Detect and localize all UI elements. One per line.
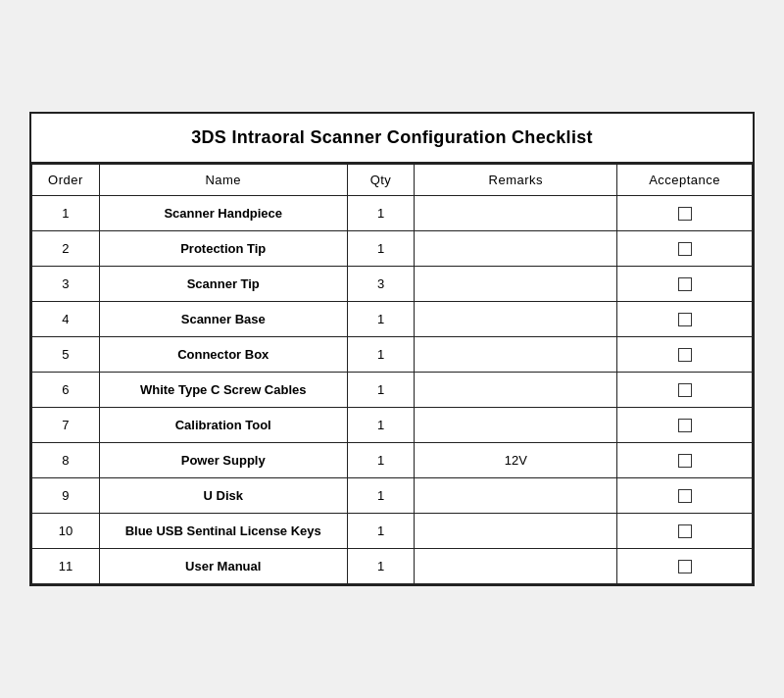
table-row: 1Scanner Handpiece1: [32, 196, 753, 231]
cell-qty: 1: [347, 231, 415, 267]
cell-order: 2: [32, 231, 100, 267]
cell-name: Connector Box: [99, 337, 347, 373]
cell-acceptance[interactable]: [617, 549, 753, 584]
cell-order: 5: [32, 337, 100, 373]
cell-name: Calibration Tool: [99, 408, 347, 443]
table-row: 7Calibration Tool1: [32, 408, 753, 443]
checkbox-icon[interactable]: [678, 383, 692, 397]
cell-remarks: [415, 549, 617, 584]
cell-qty: 1: [347, 478, 415, 514]
col-header-acceptance: Acceptance: [617, 165, 753, 196]
cell-qty: 1: [347, 196, 415, 231]
checkbox-icon[interactable]: [678, 454, 692, 468]
cell-acceptance[interactable]: [617, 478, 753, 514]
checkbox-icon[interactable]: [678, 313, 692, 326]
table-row: 2Protection Tip1: [32, 231, 753, 267]
cell-remarks: [415, 196, 617, 231]
cell-qty: 1: [347, 337, 415, 373]
cell-order: 11: [32, 549, 100, 584]
checklist-container: 3DS Intraoral Scanner Configuration Chec…: [29, 112, 755, 586]
cell-acceptance[interactable]: [617, 514, 753, 549]
table-row: 5Connector Box1: [32, 337, 753, 373]
cell-order: 1: [32, 196, 100, 231]
cell-acceptance[interactable]: [617, 267, 753, 302]
checkbox-icon[interactable]: [678, 419, 692, 432]
cell-remarks: [415, 231, 617, 267]
checkbox-icon[interactable]: [678, 207, 692, 221]
cell-order: 3: [32, 267, 100, 302]
cell-name: Scanner Base: [99, 302, 347, 337]
cell-remarks: [415, 514, 617, 549]
cell-remarks: [415, 373, 617, 408]
cell-remarks: [415, 267, 617, 302]
checkbox-icon[interactable]: [678, 348, 692, 362]
cell-name: White Type C Screw Cables: [99, 373, 347, 408]
cell-remarks: [415, 337, 617, 373]
cell-qty: 1: [347, 549, 415, 584]
cell-qty: 1: [347, 443, 415, 478]
table-row: 10Blue USB Sentinal License Keys1: [32, 514, 753, 549]
cell-order: 7: [32, 408, 100, 443]
col-header-qty: Qty: [347, 165, 415, 196]
cell-name: Power Supply: [99, 443, 347, 478]
checkbox-icon[interactable]: [678, 489, 692, 503]
cell-order: 9: [32, 478, 100, 514]
cell-name: Scanner Tip: [99, 267, 347, 302]
table-row: 8Power Supply112V: [32, 443, 753, 478]
cell-acceptance[interactable]: [617, 196, 753, 231]
table-row: 3Scanner Tip3: [32, 267, 753, 302]
cell-qty: 1: [347, 514, 415, 549]
cell-acceptance[interactable]: [617, 408, 753, 443]
cell-remarks: 12V: [415, 443, 617, 478]
cell-order: 4: [32, 302, 100, 337]
cell-remarks: [415, 408, 617, 443]
table-row: 9U Disk1: [32, 478, 753, 514]
cell-order: 10: [32, 514, 100, 549]
cell-acceptance[interactable]: [617, 443, 753, 478]
table-row: 11User Manual1: [32, 549, 753, 584]
cell-acceptance[interactable]: [617, 337, 753, 373]
cell-acceptance[interactable]: [617, 373, 753, 408]
cell-name: User Manual: [99, 549, 347, 584]
cell-remarks: [415, 478, 617, 514]
cell-order: 6: [32, 373, 100, 408]
cell-name: Blue USB Sentinal License Keys: [99, 514, 347, 549]
checkbox-icon[interactable]: [678, 560, 692, 573]
cell-name: Scanner Handpiece: [99, 196, 347, 231]
cell-acceptance[interactable]: [617, 231, 753, 267]
cell-name: Protection Tip: [99, 231, 347, 267]
col-header-remarks: Remarks: [415, 165, 617, 196]
cell-qty: 1: [347, 373, 415, 408]
cell-remarks: [415, 302, 617, 337]
col-header-name: Name: [99, 165, 347, 196]
checkbox-icon[interactable]: [678, 524, 692, 538]
cell-qty: 1: [347, 408, 415, 443]
checkbox-icon[interactable]: [678, 242, 692, 256]
checklist-title: 3DS Intraoral Scanner Configuration Chec…: [31, 114, 753, 164]
cell-name: U Disk: [99, 478, 347, 514]
table-row: 4Scanner Base1: [32, 302, 753, 337]
cell-acceptance[interactable]: [617, 302, 753, 337]
col-header-order: Order: [32, 165, 100, 196]
cell-qty: 1: [347, 302, 415, 337]
checklist-table: Order Name Qty Remarks Acceptance 1Scann…: [31, 164, 753, 584]
checkbox-icon[interactable]: [678, 277, 692, 291]
cell-order: 8: [32, 443, 100, 478]
cell-qty: 3: [347, 267, 415, 302]
table-row: 6White Type C Screw Cables1: [32, 373, 753, 408]
